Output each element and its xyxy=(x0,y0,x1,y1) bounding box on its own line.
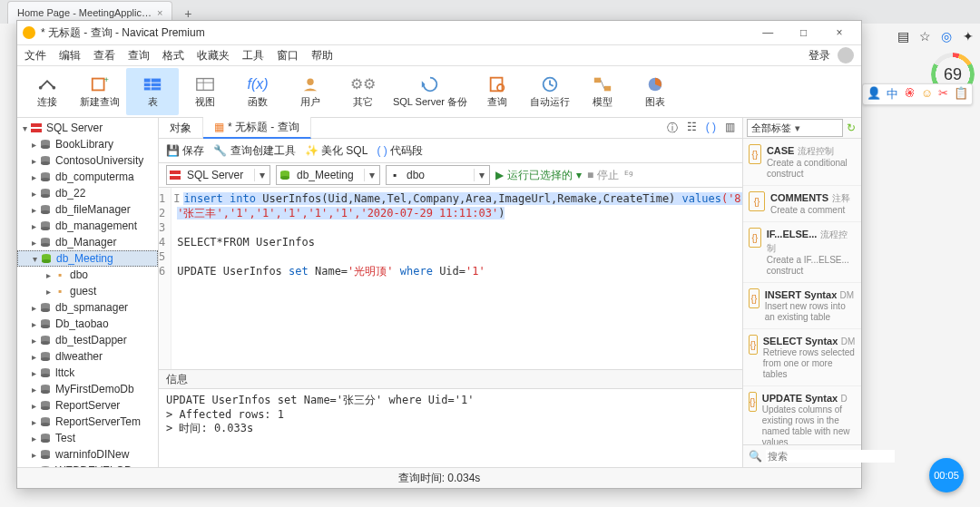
timer-badge[interactable]: 00:05 xyxy=(929,458,964,492)
tool-new-query[interactable]: +新建查询 xyxy=(74,68,126,115)
explain-icon[interactable]: ᴱᵍ xyxy=(624,169,633,181)
close-icon[interactable]: × xyxy=(157,7,162,18)
tool-other[interactable]: ⚙⚙其它 xyxy=(337,68,389,115)
menu-item[interactable]: 收藏夹 xyxy=(197,48,230,63)
query-toolbar: 💾 保存 🔧 查询创建工具 ✨ 美化 SQL ( ) 代码段 xyxy=(159,139,742,163)
svg-point-68 xyxy=(41,423,50,426)
svg-point-62 xyxy=(41,390,50,394)
tree-db-item[interactable]: ▸ContosoUniversity xyxy=(17,152,158,169)
minimize-button[interactable]: — xyxy=(751,26,784,39)
puzzle-icon[interactable]: ✦ xyxy=(960,29,976,44)
svg-rect-4 xyxy=(144,78,161,90)
scissors-icon[interactable]: ✂ xyxy=(938,86,948,102)
tool-backup[interactable]: SQL Server 备份 xyxy=(389,68,471,115)
tool-table[interactable]: 表 xyxy=(126,68,179,115)
tool-query[interactable]: 查询 xyxy=(471,68,524,115)
tree-db-item[interactable]: ▸warninfoDINew xyxy=(17,446,158,463)
snippet-item[interactable]: {}COMMENTS 注释Create a comment xyxy=(743,186,861,222)
snippet-search[interactable]: 🔍 xyxy=(743,444,861,467)
tree-db-item[interactable]: ▸db_testDapper xyxy=(17,332,158,348)
menu-item[interactable]: 查看 xyxy=(93,48,115,63)
tool-view[interactable]: 视图 xyxy=(179,68,231,115)
svg-line-17 xyxy=(601,80,604,88)
code-area[interactable]: Iinsert into UserInfos(Uid,Name,Tel,Comp… xyxy=(172,188,742,369)
tree-db-item[interactable]: ▸dlweather xyxy=(17,348,158,365)
tree-db-item[interactable]: ▸MyFirstDemoDb xyxy=(17,381,158,397)
combo-database[interactable]: db_Meeting▾ xyxy=(276,165,380,185)
snippet-filter[interactable]: 全部标签▾ xyxy=(747,119,843,137)
snippet-item[interactable]: {}CASE 流程控制Create a conditional construc… xyxy=(743,139,861,186)
menu-item[interactable]: 文件 xyxy=(24,48,46,63)
refresh-icon[interactable]: ↻ xyxy=(847,122,861,134)
tool-function[interactable]: f(x)函数 xyxy=(231,68,284,115)
menubar: 文件 编辑 查看 查询 格式 收藏夹 工具 窗口 帮助 登录 xyxy=(17,45,861,66)
svg-point-1 xyxy=(53,85,56,89)
ext-icon[interactable]: ▤ xyxy=(895,29,911,44)
snippet-item[interactable]: {}SELECT Syntax DMRetrieve rows selected… xyxy=(743,329,861,386)
maximize-button[interactable]: □ xyxy=(788,26,820,39)
tool-icon[interactable]: 中 xyxy=(887,86,898,102)
tree-db-item[interactable]: ▸Test xyxy=(17,430,158,446)
stop-button[interactable]: ■ 停止 xyxy=(587,168,619,183)
menu-item[interactable]: 查询 xyxy=(128,48,150,63)
snippet-item[interactable]: {}INSERT Syntax DMInsert new rows into a… xyxy=(743,283,861,329)
tree-db-item[interactable]: ▸ReportServer xyxy=(17,397,158,414)
close-button[interactable]: × xyxy=(823,26,856,39)
tree-schema-item[interactable]: ▸▪dbo xyxy=(17,267,158,283)
svg-point-50 xyxy=(41,325,50,328)
menu-item[interactable]: 编辑 xyxy=(59,48,81,63)
menu-item[interactable]: 工具 xyxy=(242,48,264,63)
tree-db-item[interactable]: ▸db_fileManager xyxy=(17,201,158,218)
tree-db-item[interactable]: ▸Db_taobao xyxy=(17,316,158,332)
paren-icon[interactable]: ( ) xyxy=(706,121,716,136)
combo-schema[interactable]: ▪dbo▾ xyxy=(386,165,490,185)
search-icon: 🔍 xyxy=(749,450,762,463)
tree-db-item[interactable]: ▸db_22 xyxy=(17,185,158,201)
info-tab[interactable]: 信息 xyxy=(159,369,742,389)
run-button[interactable]: ▶ 运行已选择的 ▾ xyxy=(495,168,582,183)
tool-icon[interactable]: ֍ xyxy=(904,86,916,102)
avatar-icon[interactable] xyxy=(838,47,854,63)
tool-icon[interactable]: 📋 xyxy=(954,86,968,102)
info-icon[interactable]: ☷ xyxy=(687,121,697,136)
tree-db-item[interactable]: ▸db_management xyxy=(17,218,158,234)
login-link[interactable]: 登录 xyxy=(808,48,830,63)
tool-chart[interactable]: 图表 xyxy=(629,68,681,115)
tab-objects[interactable]: 对象 xyxy=(159,118,203,138)
snippet-item[interactable]: {}IF...ELSE... 流程控制Create a IF...ELSE...… xyxy=(743,222,861,283)
tool-user[interactable]: 用户 xyxy=(284,68,337,115)
tool-model[interactable]: 模型 xyxy=(576,68,629,115)
search-input[interactable] xyxy=(766,450,895,463)
menu-item[interactable]: 帮助 xyxy=(311,48,333,63)
ext-icon[interactable]: ◎ xyxy=(938,29,955,44)
segment-button[interactable]: ( ) 代码段 xyxy=(377,143,423,159)
tree-db-item[interactable]: ▸db_computerma xyxy=(17,169,158,185)
svg-point-56 xyxy=(41,357,50,361)
builder-button[interactable]: 🔧 查询创建工具 xyxy=(213,143,295,159)
tab-query[interactable]: ▦* 无标题 - 查询 xyxy=(203,117,311,139)
tool-icon[interactable]: ☺ xyxy=(921,86,933,102)
combo-server[interactable]: SQL Server▾ xyxy=(166,165,270,185)
save-button[interactable]: 💾 保存 xyxy=(166,143,204,159)
grid-icon[interactable]: ▥ xyxy=(725,121,735,136)
star-icon[interactable]: ☆ xyxy=(916,29,933,44)
tree-server[interactable]: ▾SQL Server xyxy=(17,120,158,136)
tree-db-item[interactable]: ▸ReportServerTem xyxy=(17,414,158,430)
sql-editor[interactable]: 123456 Iinsert into UserInfos(Uid,Name,T… xyxy=(159,188,742,369)
tree-db-item[interactable]: ▸lttck xyxy=(17,365,158,381)
tool-automation[interactable]: 自动运行 xyxy=(524,68,576,115)
tree-db-item[interactable]: ▸db_Manager xyxy=(17,234,158,250)
tool-icon[interactable]: 👤 xyxy=(867,86,881,102)
db-tree[interactable]: ▾SQL Server ▸BookLibrary▸ContosoUniversi… xyxy=(17,118,159,467)
menu-item[interactable]: 格式 xyxy=(162,48,184,63)
menu-item[interactable]: 窗口 xyxy=(277,48,299,63)
info-icon[interactable]: ⓘ xyxy=(667,121,678,136)
snippet-item[interactable]: {}UPDATE Syntax DUpdates columns of exis… xyxy=(743,386,861,444)
tool-connect[interactable]: 连接 xyxy=(21,68,74,115)
tree-schema-item[interactable]: ▸▪guest xyxy=(17,283,158,299)
beautify-button[interactable]: ✨ 美化 SQL xyxy=(305,143,368,159)
tree-db-item[interactable]: ▾db_Meeting xyxy=(17,250,158,267)
tree-db-item[interactable]: ▸BookLibrary xyxy=(17,136,158,152)
floating-toolbar[interactable]: 👤 中 ֍ ☺ ✂ 📋 xyxy=(862,83,973,105)
tree-db-item[interactable]: ▸db_spmanager xyxy=(17,299,158,316)
